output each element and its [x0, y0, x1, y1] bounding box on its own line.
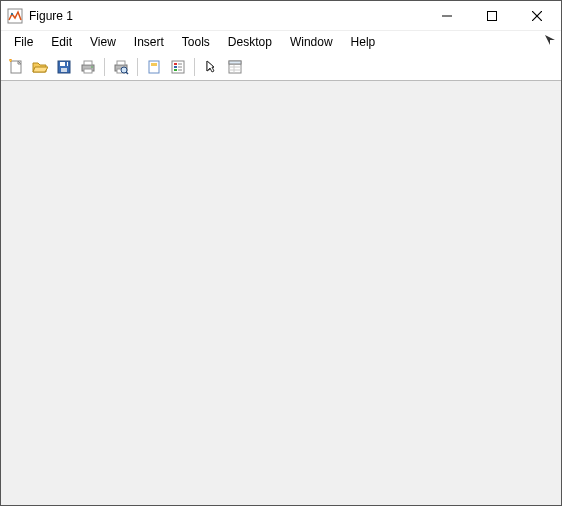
svg-rect-21 [149, 61, 159, 73]
svg-point-1 [11, 13, 13, 15]
print-preview-button[interactable] [110, 56, 132, 78]
svg-rect-14 [84, 69, 92, 73]
toolbar-separator [104, 58, 105, 76]
svg-rect-35 [229, 61, 241, 64]
menu-tools[interactable]: Tools [173, 33, 219, 51]
data-cursor-button[interactable] [143, 56, 165, 78]
save-button[interactable] [53, 56, 75, 78]
svg-rect-13 [84, 61, 92, 65]
menu-insert[interactable]: Insert [125, 33, 173, 51]
svg-point-7 [10, 59, 12, 61]
svg-rect-26 [174, 69, 177, 71]
print-button[interactable] [77, 56, 99, 78]
titlebar: Figure 1 [1, 1, 561, 31]
svg-rect-3 [487, 11, 496, 20]
property-inspector-button[interactable] [224, 56, 246, 78]
menu-edit[interactable]: Edit [42, 33, 81, 51]
svg-point-15 [91, 66, 93, 68]
open-button[interactable] [29, 56, 51, 78]
toolbar [1, 53, 561, 81]
svg-rect-11 [65, 62, 67, 66]
menu-desktop[interactable]: Desktop [219, 33, 281, 51]
toolbar-separator [194, 58, 195, 76]
menu-window[interactable]: Window [281, 33, 342, 51]
svg-rect-24 [174, 63, 177, 65]
svg-line-20 [126, 72, 128, 74]
svg-rect-25 [174, 66, 177, 68]
edit-plot-button[interactable] [200, 56, 222, 78]
menu-view[interactable]: View [81, 33, 125, 51]
figure-canvas[interactable] [1, 81, 561, 505]
dock-arrow-icon[interactable] [545, 35, 555, 45]
menu-file[interactable]: File [5, 33, 42, 51]
svg-rect-17 [117, 61, 125, 65]
minimize-button[interactable] [424, 2, 469, 30]
window-controls [424, 2, 559, 30]
toolbar-separator [137, 58, 138, 76]
maximize-button[interactable] [469, 2, 514, 30]
new-figure-button[interactable] [5, 56, 27, 78]
svg-rect-22 [151, 63, 157, 66]
close-button[interactable] [514, 2, 559, 30]
app-icon [7, 8, 23, 24]
svg-rect-10 [61, 68, 67, 72]
menubar: File Edit View Insert Tools Desktop Wind… [1, 31, 561, 53]
menu-help[interactable]: Help [342, 33, 385, 51]
legend-button[interactable] [167, 56, 189, 78]
window-title: Figure 1 [29, 9, 424, 23]
